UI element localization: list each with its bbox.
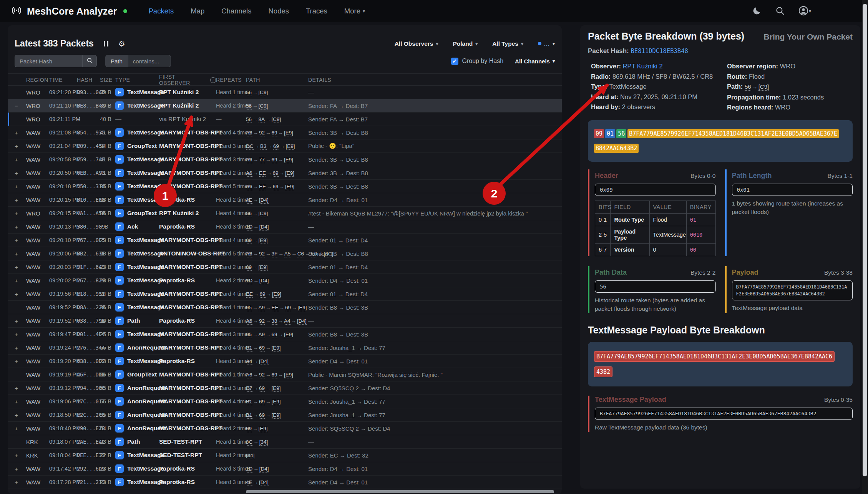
expand-toggle[interactable]: +: [15, 264, 26, 270]
nav-item-nodes[interactable]: Nodes: [268, 7, 289, 15]
path-hop[interactable]: 38: [272, 318, 277, 325]
path-hop[interactable]: [C9]: [259, 90, 268, 96]
path-hop[interactable]: [D4]: [259, 466, 269, 472]
path-hop[interactable]: 69: [272, 130, 277, 136]
path-hop[interactable]: 92: [259, 318, 265, 325]
path-hop[interactable]: [D4]: [259, 479, 269, 486]
path-hop[interactable]: [D4]: [259, 278, 269, 284]
expand-toggle[interactable]: +: [15, 331, 26, 338]
path-hop[interactable]: 69: [246, 237, 252, 244]
table-row[interactable]: +WAW09:19:52 PM038...79B26 BFPathPaprotk…: [8, 314, 562, 328]
table-row[interactable]: +WAW09:20:06 PMBB2...63E28 BFTextMessage…: [8, 247, 562, 260]
path-hop[interactable]: A9: [259, 305, 265, 311]
expand-toggle[interactable]: +: [15, 291, 26, 297]
expand-toggle[interactable]: +: [15, 224, 26, 230]
expand-toggle[interactable]: +: [15, 143, 26, 149]
info-icon[interactable]: i: [210, 77, 216, 83]
expand-toggle[interactable]: +: [15, 156, 26, 163]
expand-toggle[interactable]: +: [15, 183, 26, 190]
path-hop[interactable]: E7: [246, 385, 252, 392]
table-row[interactable]: +WAW09:21:04 PME09...45824 BFGroupTextMA…: [8, 139, 562, 153]
hex-byte-segment[interactable]: 09: [594, 129, 604, 138]
path-hop[interactable]: A5: [284, 251, 291, 257]
path-hop[interactable]: EE: [259, 170, 266, 177]
table-row[interactable]: WRO09:21:11 PM—40 B—via RPT Kuźniki 2—56…: [8, 113, 562, 126]
expand-toggle[interactable]: +: [15, 398, 26, 405]
account-menu[interactable]: ▾: [798, 5, 811, 17]
brand[interactable]: MeshCore Analyzer: [11, 5, 127, 18]
path-hop[interactable]: [E9]: [284, 372, 293, 378]
path-hop[interactable]: [D4]: [297, 318, 307, 325]
table-row[interactable]: +WAW09:17:42 PM292...6D923 BFTextMessage…: [8, 462, 562, 476]
filter-types[interactable]: All Types▾: [492, 40, 523, 47]
path-hop[interactable]: 05: [246, 305, 252, 311]
table-row[interactable]: +WAW09:19:06 PM17C...01755 BFAnonRequest…: [8, 395, 562, 408]
path-hop[interactable]: [C9]: [259, 211, 268, 217]
nav-item-traces[interactable]: Traces: [306, 7, 327, 15]
global-search-button[interactable]: [775, 6, 785, 17]
path-hop[interactable]: [E9]: [259, 237, 268, 244]
expand-toggle[interactable]: +: [15, 358, 26, 365]
header-value-input[interactable]: [595, 184, 716, 196]
table-row[interactable]: +WAW09:20:03 PM31F...6A323 BFTextMessage…: [8, 260, 562, 274]
table-row[interactable]: WAW09:19:19 PMA6F...DDD56 BFGroupTextMAR…: [8, 368, 562, 381]
path-hop[interactable]: 05: [246, 332, 252, 338]
path-hop[interactable]: 69: [246, 264, 252, 271]
expand-toggle[interactable]: +: [15, 237, 26, 244]
path-hop[interactable]: [C9]: [259, 103, 268, 109]
path-hop[interactable]: A6: [246, 372, 252, 378]
dark-mode-toggle[interactable]: [752, 6, 762, 17]
path-hop[interactable]: 69: [259, 399, 265, 405]
filter-observers[interactable]: All Observers▾: [395, 40, 438, 47]
path-hop[interactable]: 69: [260, 291, 266, 298]
path-hop[interactable]: EE: [272, 305, 279, 311]
vertical-scrollbar-thumb[interactable]: [863, 4, 867, 476]
path-hop[interactable]: [E9]: [272, 291, 281, 298]
path-hop[interactable]: 69: [273, 143, 279, 150]
expand-toggle[interactable]: +: [15, 345, 26, 351]
path-contains-input[interactable]: [128, 55, 171, 67]
expand-toggle[interactable]: +: [15, 210, 26, 217]
bring-your-own-packet-link[interactable]: Bring Your Own Packet: [764, 32, 853, 41]
table-row[interactable]: +WAW09:19:20 PM638...0D223 BFTextMessage…: [8, 355, 562, 368]
group-by-hash-toggle[interactable]: ✓ Group by Hash: [451, 58, 504, 65]
expand-toggle[interactable]: −: [15, 103, 26, 109]
path-hop[interactable]: EE: [246, 291, 253, 298]
path-hop[interactable]: A6: [246, 318, 252, 325]
path-hop[interactable]: [E9]: [298, 305, 307, 311]
table-row[interactable]: +WAW09:20:58 PME59...7AE41 BFTextMessage…: [8, 153, 562, 166]
path-hop[interactable]: 4E: [246, 479, 252, 486]
path-hop[interactable]: [E9]: [272, 399, 281, 405]
tm-payload-input[interactable]: [595, 408, 853, 420]
path-hop[interactable]: 69: [246, 426, 252, 432]
expand-toggle[interactable]: +: [15, 452, 26, 459]
expand-toggle[interactable]: +: [15, 318, 26, 324]
observer-link[interactable]: RPT Kuźniki 2: [623, 63, 663, 70]
path-hop[interactable]: 56: [246, 116, 252, 123]
path-hop[interactable]: A6: [246, 157, 252, 163]
more-options-menu[interactable]: …▾: [538, 40, 555, 47]
table-row[interactable]: +WAW09:20:10 PM767...0F523 BFTextMessage…: [8, 234, 562, 247]
table-row[interactable]: +WAW09:21:08 PM854...93541 BFTextMessage…: [8, 126, 562, 139]
path-data-input[interactable]: [595, 280, 716, 293]
path-hop[interactable]: 69: [273, 184, 279, 190]
table-row[interactable]: +WAW09:20:13 PM380...9897 BFAckPaprotka-…: [8, 220, 562, 234]
nav-item-packets[interactable]: Packets: [149, 7, 174, 15]
path-hop[interactable]: 56: [246, 211, 252, 217]
path-hop[interactable]: [D4]: [259, 224, 269, 230]
path-hop[interactable]: [34]: [259, 439, 268, 446]
hex-byte-segment[interactable]: 01: [605, 129, 615, 138]
path-hop[interactable]: A4: [284, 318, 290, 325]
path-hop[interactable]: 8A: [259, 116, 265, 123]
expand-toggle[interactable]: +: [15, 197, 26, 203]
path-hop[interactable]: 56: [246, 90, 252, 96]
table-row[interactable]: +WAW09:17:28 PM721...21323 BFTextMessage…: [8, 476, 562, 489]
path-hop[interactable]: B1: [246, 345, 252, 351]
path-hop[interactable]: 4E: [246, 197, 252, 204]
payload-hex-box[interactable]: B7FA779AE8579926EF714358AED181D46B3C131A…: [732, 280, 853, 300]
expand-toggle[interactable]: +: [15, 170, 26, 176]
path-hop[interactable]: [E9]: [286, 143, 295, 150]
table-row[interactable]: +KRK09:18:04 PMDEE...E3322 BFTextMessage…: [8, 449, 562, 462]
path-hop[interactable]: [E9]: [272, 345, 281, 351]
table-row[interactable]: +WAW09:19:12 PM794...90C55 BFAnonRequest…: [8, 381, 562, 395]
